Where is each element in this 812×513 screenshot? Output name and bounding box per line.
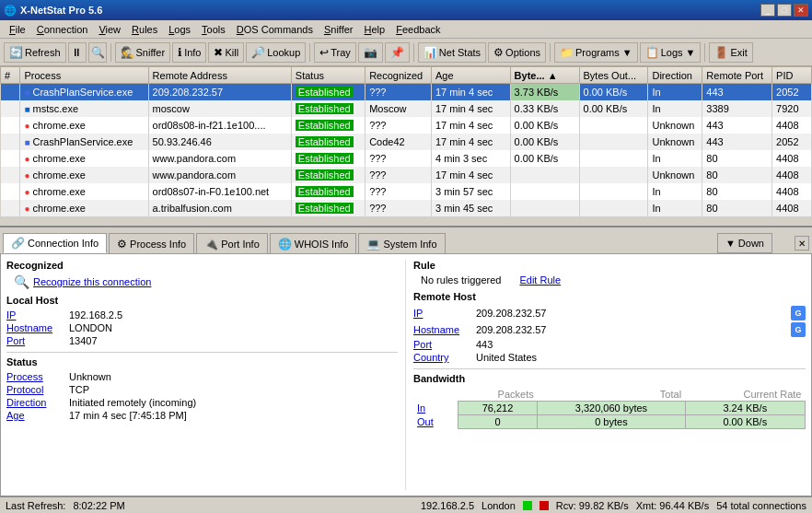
bw-in-label[interactable]: In	[417, 402, 425, 414]
menu-connection[interactable]: Connection	[31, 22, 94, 37]
remote-hostname-label[interactable]: Hostname	[413, 324, 469, 335]
close-panel-button[interactable]: ✕	[795, 236, 809, 251]
status-hostname: London	[481, 500, 516, 511]
age-label[interactable]: Age	[6, 410, 62, 421]
col-direction[interactable]: Direction	[648, 67, 702, 84]
remote-hostname-value: 209.208.232.57	[476, 324, 546, 335]
lookup-button[interactable]: 🔎 Lookup	[246, 42, 306, 63]
cell-num	[1, 167, 20, 183]
recognize-link[interactable]: Recognize this connection	[33, 276, 151, 287]
remote-port-value: 443	[476, 339, 493, 350]
find-button[interactable]: 🔍	[88, 42, 107, 63]
remote-ip-label[interactable]: IP	[413, 308, 469, 319]
menu-sniffer[interactable]: Sniffer	[319, 22, 359, 37]
col-process[interactable]: Process	[20, 67, 148, 84]
menu-tools[interactable]: Tools	[196, 22, 231, 37]
pin-button[interactable]: 📌	[385, 42, 410, 63]
menu-dos[interactable]: DOS Commands	[231, 22, 319, 37]
close-button[interactable]: ✕	[794, 4, 808, 17]
cell-pid: 7920	[772, 100, 812, 117]
app-title: X-NetStat Pro 5.6	[20, 5, 102, 16]
col-bytes-out[interactable]: Bytes Out...	[579, 67, 648, 84]
col-status[interactable]: Status	[291, 67, 365, 84]
cell-bytes-in	[510, 183, 579, 200]
logs-button[interactable]: 📋 Logs ▼	[640, 42, 702, 63]
sep1	[110, 43, 111, 62]
menu-view[interactable]: View	[93, 22, 126, 37]
menu-rules[interactable]: Rules	[126, 22, 163, 37]
cell-status: Established	[291, 84, 365, 100]
cell-age: 3 min 57 sec	[431, 183, 510, 200]
options-button[interactable]: ⚙ Options	[488, 42, 546, 63]
kill-icon: ✖	[214, 46, 223, 59]
cell-process: ● chrome.exe	[20, 167, 148, 183]
bandwidth-table: Packets Total Current Rate In 76,212 3,3…	[413, 388, 806, 429]
cell-remote: moscow	[148, 100, 291, 117]
cell-age: 17 min 4 sec	[431, 134, 510, 150]
menu-help[interactable]: Help	[359, 22, 391, 37]
col-remote[interactable]: Remote Address	[148, 67, 291, 84]
app-icon: 🌐	[4, 5, 17, 17]
tab-connection[interactable]: 🔗 Connection Info	[3, 233, 107, 253]
tray-button[interactable]: ↩ Tray	[314, 42, 356, 63]
sniffer-button[interactable]: 🕵 Sniffer	[115, 42, 171, 63]
cell-recognized: ???	[365, 183, 432, 200]
table-row[interactable]: ● chrome.exe a.tribalfusion.com Establis…	[1, 200, 812, 216]
menu-logs[interactable]: Logs	[163, 22, 196, 37]
pause-button[interactable]: ⏸	[68, 42, 87, 63]
table-row[interactable]: ● chrome.exe ord08s08-in-f21.1e100.... E…	[1, 117, 812, 134]
col-bytes-in[interactable]: Byte... ▲	[510, 67, 579, 84]
edit-rule-link[interactable]: Edit Rule	[519, 274, 561, 286]
no-rules-text: No rules triggered	[421, 274, 501, 286]
protocol-label[interactable]: Protocol	[6, 384, 62, 395]
cell-remote: 209.208.232.57	[148, 84, 291, 100]
country-label[interactable]: Country	[413, 352, 469, 363]
remote-port-label[interactable]: Port	[413, 339, 469, 350]
local-ip-label[interactable]: IP	[6, 309, 62, 321]
col-pid[interactable]: PID	[772, 67, 812, 84]
google-search-icon-1[interactable]: G	[791, 306, 806, 321]
refresh-icon: 🔄	[9, 46, 23, 59]
capture-button[interactable]: 📷	[358, 42, 383, 63]
minimize-button[interactable]: _	[760, 4, 775, 17]
table-row[interactable]: ● chrome.exe www.pandora.com Established…	[1, 167, 812, 183]
protocol-value: TCP	[69, 384, 89, 395]
cell-status: Established	[291, 183, 365, 200]
cell-age: 4 min 3 sec	[431, 150, 510, 167]
menu-feedback[interactable]: Feedback	[390, 22, 446, 37]
info-button[interactable]: ℹ Info	[172, 42, 206, 63]
tab-system[interactable]: 💻 System Info	[358, 233, 445, 253]
down-button[interactable]: ▼ Down	[717, 233, 772, 253]
refresh-button[interactable]: 🔄 Refresh	[4, 42, 66, 63]
system-tab-icon: 💻	[366, 238, 380, 251]
cell-bytes-out	[579, 134, 648, 150]
menu-file[interactable]: File	[4, 22, 31, 37]
bw-out-label[interactable]: Out	[417, 416, 434, 427]
table-row[interactable]: ● chrome.exe ord08s07-in-F0.1e100.net Es…	[1, 183, 812, 200]
programs-button[interactable]: 📁 Programs ▼	[554, 42, 638, 63]
col-age[interactable]: Age	[431, 67, 510, 84]
table-row[interactable]: ■ CrashPlanService.exe 50.93.246.46 Esta…	[1, 134, 812, 150]
cell-process: ■ CrashPlanService.exe	[20, 84, 148, 100]
table-row[interactable]: ■ mstsc.exe moscow Established Moscow 17…	[1, 100, 812, 117]
cell-port: 80	[702, 200, 772, 216]
col-num[interactable]: #	[1, 67, 20, 84]
kill-button[interactable]: ✖ Kill	[208, 42, 244, 63]
tab-whois[interactable]: 🌐 WHOIS Info	[270, 233, 357, 253]
col-port[interactable]: Remote Port	[702, 67, 772, 84]
cell-num	[1, 117, 20, 134]
table-row[interactable]: ● chrome.exe www.pandora.com Established…	[1, 150, 812, 167]
bw-col-total: Total	[538, 388, 685, 402]
google-search-icon-2[interactable]: G	[791, 322, 806, 337]
exit-button[interactable]: 🚪 Exit	[709, 42, 752, 63]
table-row[interactable]: ■ CrashPlanService.exe 209.208.232.57 Es…	[1, 84, 812, 100]
direction-label[interactable]: Direction	[6, 397, 62, 408]
tab-port[interactable]: 🔌 Port Info	[196, 233, 268, 253]
local-hostname-label[interactable]: Hostname	[6, 322, 62, 333]
col-recognized[interactable]: Recognized	[365, 67, 432, 84]
local-port-label[interactable]: Port	[6, 335, 62, 346]
netstats-button[interactable]: 📊 Net Stats	[418, 42, 486, 63]
process-label[interactable]: Process	[6, 371, 62, 382]
maximize-button[interactable]: □	[777, 4, 792, 17]
tab-process[interactable]: ⚙ Process Info	[109, 233, 194, 253]
